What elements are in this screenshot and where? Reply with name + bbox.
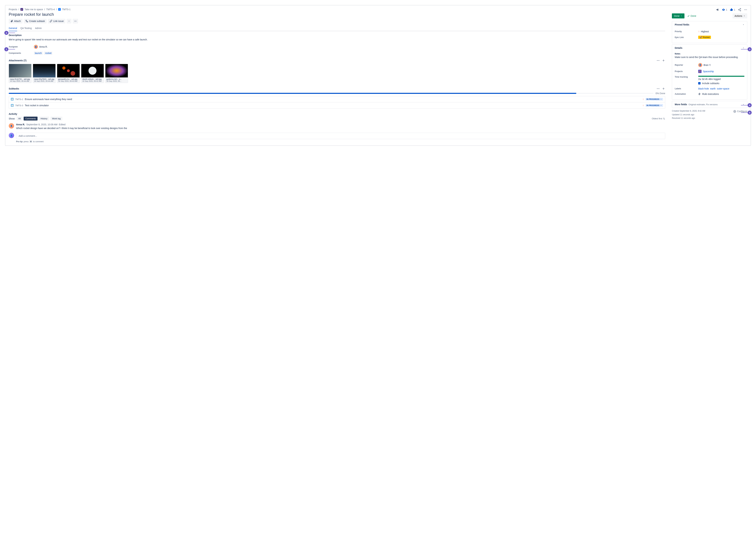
subtasks-list: ⬜ TMTS-2 Ensure astronauts have everythi… bbox=[9, 96, 665, 109]
labels-label: Labels bbox=[675, 87, 698, 90]
label-chip[interactable]: outer-space bbox=[717, 87, 729, 90]
page-title[interactable]: Prepare rocket for launch bbox=[9, 12, 665, 17]
svg-rect-1 bbox=[27, 21, 28, 22]
more-fields-header[interactable]: More fields Original estimate, Fix versi… bbox=[672, 101, 747, 108]
pinned-fields-header[interactable]: Pinned fields bbox=[672, 21, 747, 28]
breadcrumb-project[interactable]: Take me to space bbox=[25, 8, 43, 11]
svg-point-12 bbox=[739, 9, 739, 10]
rule-executions[interactable]: Rule executions bbox=[698, 93, 719, 95]
description-text[interactable]: We're going to space! We need to ensure … bbox=[9, 38, 665, 41]
feedback-button[interactable] bbox=[716, 8, 719, 11]
callout-1: 1 bbox=[4, 47, 8, 51]
more-fields-panel: More fields Original estimate, Fix versi… bbox=[672, 101, 747, 108]
breadcrumb-issue[interactable]: TMTS-1 bbox=[62, 8, 71, 11]
component-chip[interactable]: rocket bbox=[44, 51, 52, 55]
issue-type-icon: ✓ bbox=[58, 8, 61, 11]
watch-button[interactable]: 1 bbox=[722, 8, 727, 11]
assignee-row: Assignee 👤 Anna R. bbox=[9, 45, 665, 49]
comment-author[interactable]: Anna R. bbox=[16, 123, 25, 126]
attachment-card[interactable]: guillermo-ferl... a...18 Sep 2020, 09... bbox=[105, 64, 128, 83]
description-heading: Description bbox=[9, 34, 665, 37]
add-comment-input[interactable]: Add a comment... bbox=[16, 133, 665, 139]
breadcrumb-parent[interactable]: TMTS-4 bbox=[46, 8, 55, 11]
time-tracking-bar bbox=[698, 76, 745, 77]
notes-text[interactable]: Make sure to send the QA team this issue… bbox=[672, 56, 747, 61]
subtask-status[interactable]: IN PROGRESS bbox=[646, 98, 663, 100]
tab-qa-testing[interactable]: QA Testing bbox=[20, 26, 32, 31]
meatballs-icon[interactable] bbox=[657, 59, 660, 62]
chevron-down-icon bbox=[743, 15, 745, 17]
svg-point-2 bbox=[75, 21, 75, 22]
add-icon[interactable] bbox=[662, 59, 665, 62]
link-dropdown-button[interactable] bbox=[67, 19, 72, 24]
subtask-key: TMTS-3 bbox=[15, 104, 23, 107]
include-subtasks-checkbox[interactable]: ✓Include subtasks bbox=[698, 82, 719, 85]
labels-row[interactable]: Labels black-hole earth outer-space bbox=[675, 86, 745, 91]
create-subtask-button[interactable]: Create subtask bbox=[24, 19, 47, 24]
attachment-card[interactable]: niketh-vellank... ash.jpg18 Sep 2020, 09… bbox=[81, 64, 104, 83]
svg-point-14 bbox=[745, 9, 745, 10]
attachment-name: guillermo-ferl... a... bbox=[106, 78, 127, 80]
label-chip[interactable]: black-hole bbox=[698, 87, 709, 90]
component-chip[interactable]: launch bbox=[34, 51, 43, 55]
tab-admin[interactable]: Admin bbox=[35, 26, 42, 31]
filter-history[interactable]: History bbox=[39, 117, 49, 121]
filter-worklog[interactable]: Work log bbox=[50, 117, 62, 121]
sort-button[interactable]: Oldest first bbox=[652, 117, 665, 120]
lightning-icon bbox=[698, 93, 701, 95]
priority-row[interactable]: Priority ↑Highest bbox=[675, 29, 745, 34]
epic-link-row[interactable]: Epic Link 🚀Rocket bbox=[675, 34, 745, 40]
subtask-row[interactable]: ⬜ TMTS-2 Ensure astronauts have everythi… bbox=[9, 96, 665, 102]
attachment-card[interactable]: ganapathy-ku... ash.jpg18 Sep 2020, 09:4… bbox=[57, 64, 80, 83]
attachment-date: 18 Sep 2020, 09... bbox=[106, 80, 127, 82]
label-chip[interactable]: earth bbox=[710, 87, 716, 90]
callout-line-3 bbox=[741, 49, 748, 49]
add-icon[interactable] bbox=[662, 87, 665, 90]
configure-button[interactable]: Configure bbox=[733, 109, 747, 114]
subtask-status[interactable]: IN PROGRESS bbox=[646, 104, 663, 107]
breadcrumb-projects[interactable]: Projects bbox=[9, 8, 17, 11]
vote-button[interactable]: 1 bbox=[730, 8, 735, 11]
notes-label: Notes bbox=[672, 51, 747, 56]
callout-2: 2 bbox=[4, 31, 8, 35]
show-label: Show: bbox=[9, 117, 15, 120]
activity-heading: Activity bbox=[9, 113, 665, 115]
more-button[interactable] bbox=[744, 8, 747, 11]
more-actions-button[interactable] bbox=[73, 19, 78, 24]
subtask-progress-row: 0% Done bbox=[9, 92, 665, 95]
issue-panel: Projects / 🚀 Take me to space / TMTS-4 /… bbox=[5, 5, 751, 146]
votes-count: 1 bbox=[734, 8, 735, 11]
actions-dropdown[interactable]: Actions bbox=[732, 13, 747, 18]
details-header[interactable]: Details bbox=[672, 45, 747, 51]
created-date: Created September 8, 2020, 9:42 AM bbox=[672, 109, 705, 113]
link-issue-button[interactable]: Link issue bbox=[48, 19, 65, 24]
callout-line-4 bbox=[741, 105, 748, 105]
automation-row[interactable]: Automation Rule executions bbox=[675, 91, 745, 97]
time-tracking-row[interactable]: Time tracking 2w 3d 4h 48m logged ✓Inclu… bbox=[675, 74, 745, 86]
callout-3: 3 bbox=[748, 47, 752, 51]
projects-row[interactable]: Projects 🚀Spaceship bbox=[675, 69, 745, 74]
attachment-name: nasa-Q1p7bh3... ash.jpg bbox=[34, 78, 54, 80]
epic-badge[interactable]: 🚀Rocket bbox=[698, 36, 711, 39]
assignee-value[interactable]: 👤 Anna R. bbox=[34, 45, 48, 49]
resolved-date: Resolved 11 seconds ago bbox=[672, 117, 705, 120]
tab-general[interactable]: General bbox=[9, 26, 17, 31]
attach-button[interactable]: Attach bbox=[9, 19, 23, 24]
avatar: 👤 bbox=[9, 123, 14, 129]
subtask-row[interactable]: ⬜ TMTS-3 Test rocket in simulator ↑ IN P… bbox=[9, 102, 665, 109]
filter-comments[interactable]: Comments bbox=[24, 117, 38, 121]
attachment-card[interactable]: nasa-Q1p7bh3... ash.jpg18 Sep 2020, 09:4… bbox=[33, 64, 56, 83]
filter-all[interactable]: All bbox=[16, 117, 22, 121]
epic-link-label: Epic Link bbox=[675, 36, 698, 39]
status-dropdown[interactable]: Done bbox=[672, 13, 684, 18]
chevron-up-icon bbox=[743, 24, 745, 26]
priority-high-icon: ↑ bbox=[643, 104, 644, 107]
project-icon: 🚀 bbox=[20, 8, 23, 11]
callout-line-5 bbox=[741, 113, 748, 113]
reporter-row[interactable]: Reporter 👤Bran Y. bbox=[675, 62, 745, 69]
projects-value[interactable]: Spaceship bbox=[703, 70, 714, 73]
share-button[interactable] bbox=[738, 8, 741, 11]
svg-rect-0 bbox=[26, 20, 27, 21]
meatballs-icon[interactable] bbox=[657, 87, 660, 90]
attachment-card[interactable]: nasa-OLIj17tU... ash.jpg18 Sep 2020, 09:… bbox=[9, 64, 32, 83]
